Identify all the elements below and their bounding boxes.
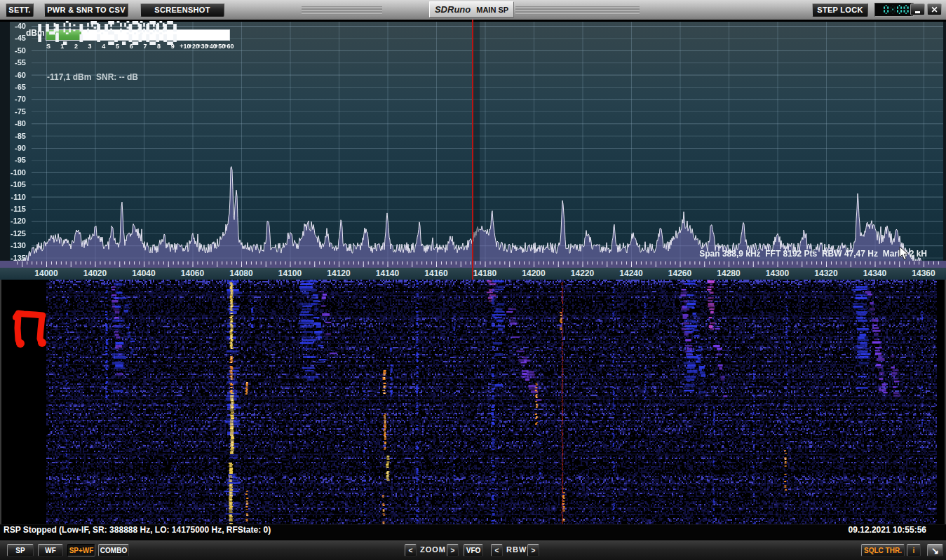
dbm-axis-label: -100 xyxy=(0,168,26,177)
span-info-line: Span 388,9 kHz FFT 8192 Pts RBW 47,47 Hz… xyxy=(699,249,927,259)
sp-view-button[interactable]: SP xyxy=(7,544,34,556)
dbm-axis-label: -95 xyxy=(0,155,26,165)
frequency-axis-label[interactable]: 14040 xyxy=(132,268,155,278)
resize-icon: ↘ xyxy=(931,545,939,556)
frequency-axis-label[interactable]: 14160 xyxy=(424,268,447,278)
frequency-axis-label[interactable]: 14360 xyxy=(912,268,935,278)
sp-wf-view-button[interactable]: SP+WF xyxy=(67,544,95,556)
titlebar[interactable]: SETT. PWR & SNR TO CSV SCREENSHOT SDRuno… xyxy=(0,0,946,20)
frequency-axis-label[interactable]: 14180 xyxy=(473,268,496,278)
waterfall-display[interactable] xyxy=(0,280,946,524)
frequency-axis-label[interactable]: 14340 xyxy=(863,268,886,278)
vfo-cursor-line[interactable] xyxy=(472,20,473,280)
waterfall-canvas[interactable] xyxy=(0,280,946,524)
dbm-axis-label: -70 xyxy=(0,94,26,104)
step-lock-button[interactable]: STEP LOCK xyxy=(812,3,868,17)
dbm-axis-label: -85 xyxy=(0,131,26,141)
dbm-axis-label: -115 xyxy=(0,204,26,214)
sdruno-main-sp-window: SETT. PWR & SNR TO CSV SCREENSHOT SDRuno… xyxy=(0,0,946,560)
frequency-axis-label[interactable]: 14080 xyxy=(229,268,252,278)
statusbar: RSP Stopped (Low-IF, SR: 388888 Hz, LO: … xyxy=(0,524,946,540)
zoom-in-button[interactable]: > xyxy=(447,544,459,556)
dbm-axis-label: -55 xyxy=(0,57,26,67)
dbm-axis-label: -65 xyxy=(0,82,26,92)
dbm-axis-label: -110 xyxy=(0,192,26,202)
minimize-icon xyxy=(915,11,920,13)
frequency-axis-label[interactable]: 14300 xyxy=(766,268,789,278)
datetime: 09.12.2021 10:55:56 xyxy=(849,525,926,535)
mouse-cursor xyxy=(899,247,909,261)
s-meter-tick-label: +60 xyxy=(223,43,234,50)
dbm-axis-label: -120 xyxy=(0,216,26,226)
frequency-axis-label[interactable]: 14200 xyxy=(522,268,545,278)
window-title[interactable]: SDRuno MAIN SP xyxy=(429,1,514,18)
resize-grip-button[interactable]: ↘ xyxy=(927,544,943,556)
bottom-toolbar: SP WF SP+WF COMBO < ZOOM > VFO < RBW > S… xyxy=(0,540,946,560)
dbm-axis-label: -135 xyxy=(0,253,26,263)
settings-button[interactable]: SETT. xyxy=(6,3,34,17)
screenshot-button[interactable]: SCREENSHOT xyxy=(140,3,224,17)
frequency-axis-label[interactable]: 14100 xyxy=(278,268,302,278)
dbm-axis-label: -80 xyxy=(0,118,26,128)
power-snr-readout: -117,1 dBm SNR: -- dB xyxy=(47,72,138,82)
frequency-axis-label[interactable]: 14140 xyxy=(376,268,399,278)
combo-view-button[interactable]: COMBO xyxy=(98,544,129,556)
panel-name: MAIN SP xyxy=(476,6,508,14)
step-size-display xyxy=(874,3,914,17)
vfo-button[interactable]: VFO xyxy=(464,544,483,556)
zoom-label: ZOOM xyxy=(420,545,446,554)
frequency-axis-label[interactable]: 14060 xyxy=(181,268,204,278)
pwr-snr-to-csv-button[interactable]: PWR & SNR TO CSV xyxy=(44,3,128,17)
dbm-axis-label: -130 xyxy=(0,240,26,250)
rbw-increase-button[interactable]: > xyxy=(527,544,539,556)
info-button[interactable]: i xyxy=(907,544,921,556)
vfo-cursor-shadow xyxy=(473,22,480,261)
squelch-threshold-button[interactable]: SQLC THR. xyxy=(861,544,905,556)
frequency-axis-label[interactable]: 14120 xyxy=(327,268,350,278)
frequency-axis-label[interactable]: 14240 xyxy=(619,268,642,278)
rbw-label: RBW xyxy=(506,545,527,554)
frequency-axis-label[interactable]: 14280 xyxy=(717,268,740,278)
dbm-axis-label: -50 xyxy=(0,46,26,55)
app-name: SDRuno xyxy=(435,4,471,15)
close-icon: ✕ xyxy=(931,5,938,15)
frequency-axis-label[interactable]: 14020 xyxy=(83,268,107,278)
dbm-axis-label: -75 xyxy=(0,107,26,116)
wf-view-button[interactable]: WF xyxy=(38,544,63,556)
dbm-axis-label: -60 xyxy=(0,70,26,80)
rbw-decrease-button[interactable]: < xyxy=(491,544,503,556)
dbm-axis-label: -125 xyxy=(0,228,26,238)
dbm-axis-label: -90 xyxy=(0,143,26,153)
lo-frequency-display[interactable] xyxy=(0,20,170,36)
window-edge-left xyxy=(0,280,1,524)
frequency-axis-label[interactable]: 14260 xyxy=(668,268,691,278)
zoom-out-button[interactable]: < xyxy=(405,544,417,556)
titlebar-groove-left xyxy=(302,6,382,15)
minimize-button[interactable] xyxy=(910,4,925,15)
titlebar-groove-right xyxy=(515,6,640,15)
dbm-axis-label: -105 xyxy=(0,179,26,189)
status-text: RSP Stopped (Low-IF, SR: 388888 Hz, LO: … xyxy=(4,525,271,535)
frequency-axis-label[interactable]: 14320 xyxy=(814,268,837,278)
frequency-axis-label[interactable]: 14220 xyxy=(571,268,594,278)
frequency-axis-label[interactable]: 14000 xyxy=(34,268,58,278)
close-button[interactable]: ✕ xyxy=(927,4,942,15)
